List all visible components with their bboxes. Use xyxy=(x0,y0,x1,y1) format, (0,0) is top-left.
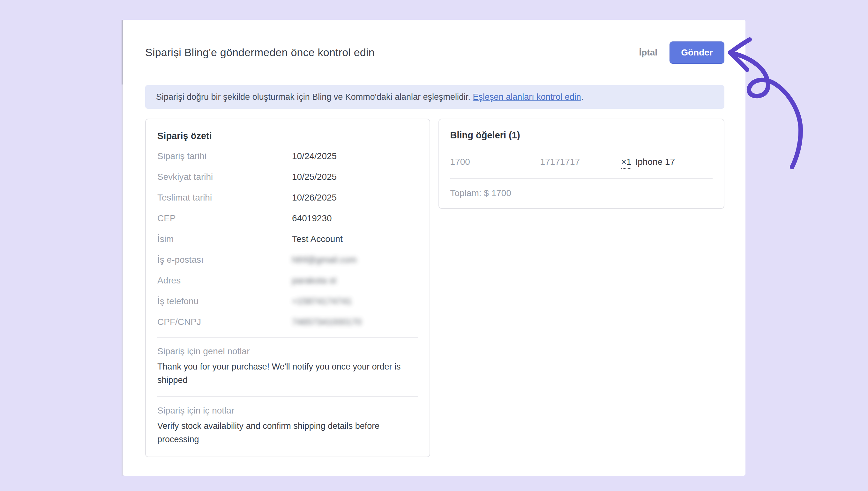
summary-row-order-date: Sipariş tarihi 10/24/2025 xyxy=(157,151,418,162)
divider xyxy=(157,337,418,338)
row-value-redacted: +15874174741 xyxy=(292,296,352,307)
left-edge-scrollbar-thumb[interactable] xyxy=(121,20,123,85)
divider xyxy=(450,178,713,179)
bling-items-card: Bling öğeleri (1) 1700 17171717 ×1 Iphon… xyxy=(438,119,725,209)
general-notes-text: Thank you for your purchase! We'll notif… xyxy=(157,360,418,387)
modal-header: Siparişi Bling'e göndermeden önce kontro… xyxy=(123,20,745,85)
modal-title: Siparişi Bling'e göndermeden önce kontro… xyxy=(145,46,639,59)
row-label: Sevkiyat tarihi xyxy=(157,172,292,182)
cards-row: Sipariş özeti Sipariş tarihi 10/24/2025 … xyxy=(145,119,724,457)
summary-row-work-email: İş e-postası hthf@gmail.com xyxy=(157,254,418,265)
row-value-redacted: hthf@gmail.com xyxy=(292,254,357,265)
row-value: 10/26/2025 xyxy=(292,192,337,203)
item-name: Iphone 17 xyxy=(635,156,675,167)
banner-text: Siparişi doğru bir şekilde oluşturmak iç… xyxy=(156,92,473,102)
order-review-modal: Siparişi Bling'e göndermeden önce kontro… xyxy=(123,20,745,476)
check-matching-fields-link[interactable]: Eşleşen alanları kontrol edin xyxy=(473,92,581,102)
row-value-redacted: 74657341000170 xyxy=(292,317,361,327)
banner-text-period: . xyxy=(581,92,584,102)
cancel-button[interactable]: İptal xyxy=(639,48,657,58)
summary-row-work-phone: İş telefonu +15874174741 xyxy=(157,296,418,307)
match-fields-banner: Siparişi doğru bir şekilde oluşturmak iç… xyxy=(145,85,724,109)
item-quantity[interactable]: ×1 xyxy=(621,156,631,169)
submit-button[interactable]: Gönder xyxy=(670,41,724,64)
row-label: Adres xyxy=(157,275,292,286)
row-label: İş e-postası xyxy=(157,254,292,265)
bling-items-title: Bling öğeleri (1) xyxy=(450,130,713,141)
order-summary-title: Sipariş özeti xyxy=(157,131,418,141)
items-total: Toplam: $ 1700 xyxy=(450,188,713,199)
page: Siparişi Bling'e göndermeden önce kontro… xyxy=(0,0,868,491)
internal-notes-text: Verify stock availability and confirm sh… xyxy=(157,419,418,446)
row-label: İş telefonu xyxy=(157,296,292,307)
internal-notes-label: Sipariş için iç notlar xyxy=(157,405,418,416)
summary-row-cpf-cnpj: CPF/CNPJ 74657341000170 xyxy=(157,317,418,327)
row-label: Sipariş tarihi xyxy=(157,151,292,162)
summary-row-address: Adres parakota st xyxy=(157,275,418,286)
left-edge-scrollbar-track xyxy=(121,20,123,476)
general-notes-label: Sipariş için genel notlar xyxy=(157,346,418,357)
header-actions: İptal Gönder xyxy=(639,41,724,64)
summary-row-cep: CEP 64019230 xyxy=(157,213,418,224)
row-value: 10/25/2025 xyxy=(292,172,337,182)
order-summary-card: Sipariş özeti Sipariş tarihi 10/24/2025 … xyxy=(145,119,430,457)
row-label: CPF/CNPJ xyxy=(157,317,292,327)
item-sku: 17171717 xyxy=(540,156,621,167)
summary-row-shipping-date: Sevkiyat tarihi 10/25/2025 xyxy=(157,172,418,182)
item-price: 1700 xyxy=(450,156,540,167)
summary-row-delivery-date: Teslimat tarihi 10/26/2025 xyxy=(157,192,418,203)
row-value: 10/24/2025 xyxy=(292,151,337,162)
bling-item-row: 1700 17171717 ×1 Iphone 17 xyxy=(450,156,713,169)
row-label: Teslimat tarihi xyxy=(157,192,292,203)
summary-row-name: İsim Test Account xyxy=(157,234,418,244)
row-label: CEP xyxy=(157,213,292,224)
divider xyxy=(157,396,418,397)
row-value-redacted: parakota st xyxy=(292,275,336,286)
row-value: 64019230 xyxy=(292,213,332,224)
row-value: Test Account xyxy=(292,234,343,244)
row-label: İsim xyxy=(157,234,292,244)
